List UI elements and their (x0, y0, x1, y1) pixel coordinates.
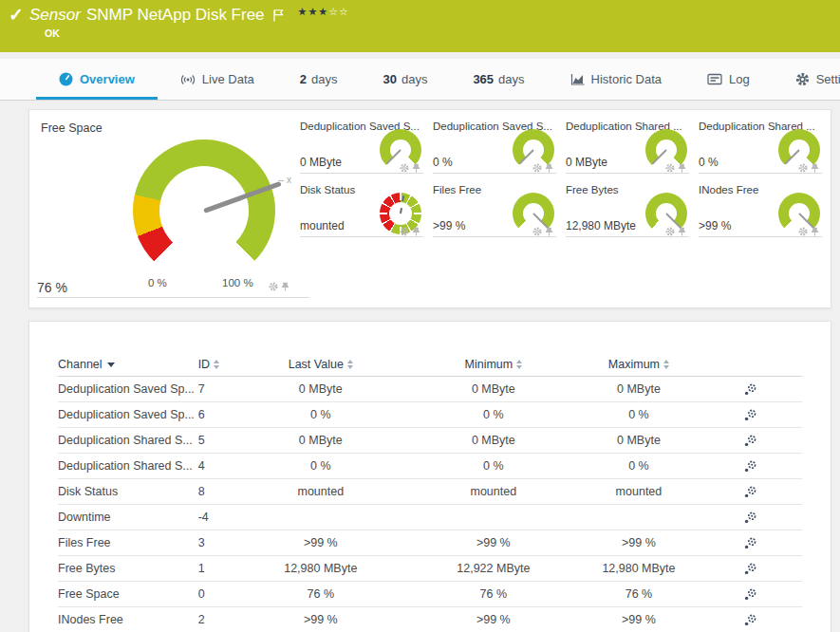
channel-maximum: 0 MByte (617, 434, 661, 447)
gauge-value: mounted (300, 219, 345, 232)
gauge-value: 0 MByte (300, 156, 342, 169)
tab-historic-data[interactable]: Historic Data (548, 59, 684, 100)
flag-icon[interactable] (272, 9, 285, 23)
channel-last-value: 76 % (308, 587, 335, 601)
gauge-value: 0 % (699, 156, 719, 169)
gauge-title: Deduplication Shared ... (566, 118, 696, 132)
gauge-pin-icon[interactable] (412, 163, 420, 173)
gauge-settings-gear-icon[interactable] (400, 227, 409, 236)
gauge-settings-gear-icon[interactable] (532, 163, 542, 173)
channel-edit-gear-icon[interactable] (743, 536, 757, 550)
channel-edit-gear-icon[interactable] (743, 408, 757, 422)
channel-id: 0 (198, 587, 205, 601)
gauge-value: 0 % (433, 156, 453, 169)
channel-edit-gear-icon[interactable] (743, 587, 757, 602)
divider (300, 173, 423, 174)
channel-edit-gear-icon[interactable] (743, 434, 757, 448)
column-header-minimum[interactable]: Minimum (408, 358, 579, 371)
priority-stars[interactable]: ★★★☆☆ (298, 6, 349, 18)
channel-edit-gear-icon[interactable] (743, 382, 757, 397)
small-gauge-needle (400, 195, 404, 214)
main-gauge-value: 76 % (37, 280, 67, 295)
gauge-settings-gear-icon[interactable] (798, 163, 808, 173)
channel-name: Deduplication Shared S... (58, 434, 193, 447)
gauge-title: Files Free (433, 181, 563, 195)
divider (433, 173, 556, 174)
gauge-pin-icon[interactable] (811, 163, 819, 173)
gauge-scale-max: 100 % (222, 277, 253, 288)
tab-2-days[interactable]: 2 days (277, 59, 361, 100)
table-row: Deduplication Saved Sp... 6 0 % 0 % 0 % (58, 402, 802, 428)
tab-log[interactable]: Log (684, 59, 773, 100)
table-header-row: Channel ID Last Value Minimum Maximum (58, 352, 802, 377)
channel-last-value: mounted (297, 485, 344, 498)
column-header-id[interactable]: ID (198, 358, 233, 371)
channel-name: Disk Status (58, 485, 118, 498)
channel-edit-gear-icon[interactable] (743, 459, 757, 474)
gauge-cell: Deduplication Saved S... 0 % (433, 118, 566, 181)
object-kind: Sensor (29, 6, 81, 25)
gauge-settings-gear-icon[interactable] (400, 163, 409, 173)
tab-30-days[interactable]: 30 days (360, 59, 450, 100)
gauge-pin-icon[interactable] (281, 282, 289, 291)
gauge-settings-gear-icon[interactable] (269, 282, 278, 291)
table-row: Disk Status 8 mounted mounted mounted (58, 479, 802, 505)
sensor-header: ✓ Sensor SNMP NetApp Disk Free ★★★☆☆ OK (0, 0, 840, 52)
gauge-value: >99 % (433, 219, 465, 232)
channel-minimum: 76 % (480, 587, 508, 601)
channel-edit-gear-icon[interactable] (743, 511, 757, 525)
gauge-cell: Disk Status mounted (300, 181, 433, 245)
sort-both-icon (663, 360, 669, 369)
tab-settings[interactable]: Settings (773, 59, 840, 100)
log-icon (707, 73, 722, 85)
channel-minimum: 0 MByte (472, 382, 515, 396)
channel-last-value: 0 MByte (299, 382, 343, 396)
gauge-settings-gear-icon[interactable] (798, 227, 808, 236)
stars-filled-icon: ★★★ (298, 6, 329, 17)
channel-id: 1 (198, 562, 205, 575)
channel-last-value: >99 % (304, 613, 338, 626)
gauge-title: Deduplication Shared ... (699, 118, 829, 132)
tab-live-data[interactable]: Live Data (158, 59, 277, 100)
tab-365-days[interactable]: 365 days (450, 59, 547, 100)
tab-label: Overview (80, 72, 135, 86)
free-space-gauge (133, 139, 275, 282)
tab-label: days (498, 72, 524, 86)
channel-id: 5 (198, 434, 205, 447)
gauge-settings-gear-icon[interactable] (532, 227, 542, 236)
tab-label: Log (729, 72, 750, 86)
tab-number: 2 (300, 72, 307, 86)
column-header-last-value[interactable]: Last Value (233, 358, 409, 371)
divider (433, 236, 556, 237)
gauge-icon (59, 72, 73, 86)
sort-both-icon (516, 360, 522, 369)
channel-edit-gear-icon[interactable] (743, 613, 757, 627)
column-header-channel[interactable]: Channel (58, 358, 198, 371)
gauge-settings-gear-icon[interactable] (665, 163, 675, 173)
column-header-maximum[interactable]: Maximum (579, 358, 700, 371)
gauge-pin-icon[interactable] (412, 227, 420, 236)
gauge-pin-icon[interactable] (545, 163, 553, 173)
tab-overview[interactable]: Overview (36, 59, 158, 100)
channel-table-panel: Channel ID Last Value Minimum Maximum De… (28, 321, 831, 632)
ok-check-icon: ✓ (9, 4, 24, 26)
gauge-settings-gear-icon[interactable] (665, 227, 675, 236)
channel-id: 2 (198, 613, 205, 626)
divider (566, 173, 689, 174)
divider (37, 297, 309, 298)
gauge-title: Deduplication Saved S... (300, 118, 430, 132)
gauge-cell: Deduplication Shared ... 0 % (699, 118, 831, 181)
channel-last-value: 0 % (310, 459, 331, 473)
channel-id: 3 (198, 536, 205, 549)
channel-edit-gear-icon[interactable] (743, 485, 757, 499)
gauge-pin-icon[interactable] (678, 163, 686, 173)
sort-desc-icon (107, 362, 115, 367)
channel-maximum: 0 % (628, 408, 649, 421)
divider (300, 236, 423, 237)
channel-edit-gear-icon[interactable] (743, 562, 757, 576)
channel-minimum: 0 MByte (472, 434, 515, 447)
channel-last-value: 12,980 MByte (284, 562, 357, 575)
gauge-cell: Files Free >99 % (433, 181, 566, 245)
channel-minimum: >99 % (476, 536, 511, 549)
gauge-value: 12,980 MByte (566, 219, 636, 232)
